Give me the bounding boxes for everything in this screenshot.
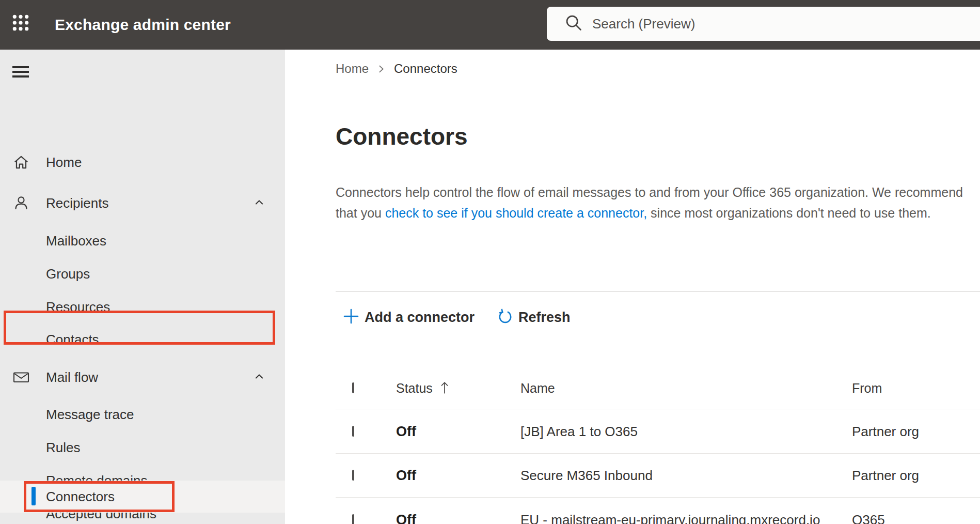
row-status: Off xyxy=(396,423,416,439)
app-title: Exchange admin center xyxy=(55,0,231,50)
sidebar-item-label: Recipients xyxy=(46,195,108,211)
sidebar-item-home[interactable]: Home xyxy=(0,146,285,179)
column-header-name[interactable]: Name xyxy=(520,380,555,395)
page-description: Connectors help control the flow of emai… xyxy=(336,182,972,223)
search-icon xyxy=(564,13,583,34)
breadcrumb-home-link[interactable]: Home xyxy=(336,61,369,76)
top-app-bar: Exchange admin center xyxy=(0,0,980,50)
toolbar-divider xyxy=(336,291,980,292)
chevron-up-icon xyxy=(252,369,266,386)
sidebar-item-groups[interactable]: Groups xyxy=(0,257,285,290)
sidebar-item-rules[interactable]: Rules xyxy=(0,431,285,464)
add-connector-label: Add a connector xyxy=(365,310,475,326)
hamburger-icon xyxy=(12,66,29,68)
row-checkbox[interactable] xyxy=(352,514,354,524)
table-row[interactable]: Off [JB] Area 1 to O365 Partner org xyxy=(336,409,980,454)
row-name: [JB] Area 1 to O365 xyxy=(520,423,638,439)
sidebar-item-label: Mailboxes xyxy=(46,233,106,249)
description-text-after: since most organizations don't need to u… xyxy=(647,206,931,220)
sidebar-item-label: Mail flow xyxy=(46,369,98,386)
breadcrumb-current: Connectors xyxy=(394,61,457,76)
refresh-label: Refresh xyxy=(518,310,571,326)
chevron-right-icon xyxy=(377,65,386,73)
breadcrumb: Home Connectors xyxy=(336,61,457,76)
row-name: EU - mailstream-eu-primary.journaling.mx… xyxy=(520,512,820,524)
command-bar: Add a connector Refresh xyxy=(336,303,571,332)
home-icon xyxy=(12,153,30,171)
refresh-icon xyxy=(497,309,513,327)
sidebar-item-message-trace[interactable]: Message trace xyxy=(0,398,285,431)
app-launcher-button[interactable] xyxy=(8,11,33,36)
mail-icon xyxy=(12,368,30,386)
chevron-up-icon xyxy=(252,195,266,211)
annotation-box-mail-flow xyxy=(4,311,275,345)
row-from: O365 xyxy=(852,512,885,524)
row-status: Off xyxy=(396,512,416,524)
sidebar-item-label: Message trace xyxy=(46,407,134,423)
row-checkbox[interactable] xyxy=(352,426,354,437)
plus-icon xyxy=(343,308,359,327)
row-checkbox[interactable] xyxy=(352,470,354,481)
row-from: Partner org xyxy=(852,468,919,484)
select-all-checkbox[interactable] xyxy=(352,382,354,393)
refresh-button[interactable]: Refresh xyxy=(497,309,571,327)
table-row[interactable]: Off EU - mailstream-eu-primary.journalin… xyxy=(336,498,980,524)
row-status: Off xyxy=(396,468,416,484)
sidebar-item-recipients[interactable]: Recipients xyxy=(0,187,285,220)
app-launcher-icon xyxy=(12,14,29,34)
row-from: Partner org xyxy=(852,423,919,439)
person-icon xyxy=(12,194,30,212)
create-connector-check-link[interactable]: check to see if you should create a conn… xyxy=(385,206,647,220)
global-search xyxy=(547,7,980,41)
add-connector-button[interactable]: Add a connector xyxy=(336,308,475,327)
nav-collapse-button[interactable] xyxy=(12,65,29,78)
column-header-status[interactable]: Status xyxy=(396,380,450,395)
sidebar-item-label: Groups xyxy=(46,266,90,282)
search-input[interactable] xyxy=(592,16,902,32)
table-header-row: Status Name From xyxy=(336,367,980,409)
column-header-from[interactable]: From xyxy=(852,380,882,395)
page-title: Connectors xyxy=(336,122,468,150)
sidebar-item-label: Home xyxy=(46,155,82,171)
table-row[interactable]: Off Secure M365 Inbound Partner org xyxy=(336,454,980,498)
sidebar-item-mail-flow[interactable]: Mail flow xyxy=(0,361,285,394)
annotation-box-connectors xyxy=(24,481,175,512)
row-name: Secure M365 Inbound xyxy=(520,468,653,484)
sidebar-item-mailboxes[interactable]: Mailboxes xyxy=(0,224,285,257)
sidebar-item-label: Rules xyxy=(46,440,80,456)
sort-ascending-icon xyxy=(439,381,450,395)
